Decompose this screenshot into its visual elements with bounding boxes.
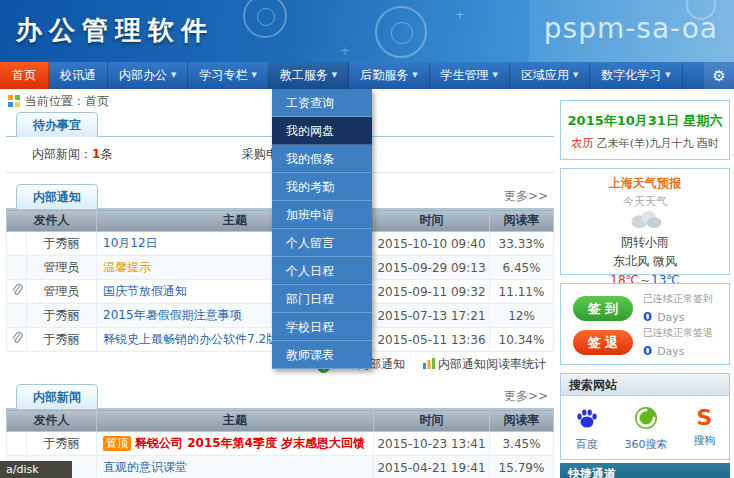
nav-item-study-column[interactable]: 学习专栏 [188,62,268,89]
sign-in-count: 0 [643,309,652,324]
shortcut-panel-title: 快捷通道 [560,463,730,478]
todo-unit: 条 [100,147,112,161]
sign-in-desc: 已连续正常签到 [643,292,713,306]
dropdown-item-overtime-request[interactable]: 加班申请 [272,201,372,229]
search-site-baidu[interactable]: 百度 [574,406,600,452]
col-time: 时间 [374,210,490,232]
page: + + 办公管理软件 pspm-sa-oa 首页 校讯通 内部办公 学习专栏 教… [0,0,734,478]
search-panel-title: 搜索网站 [561,374,729,396]
sender-cell: 于秀丽 [27,328,97,352]
news-more-link[interactable]: 更多>> [504,384,548,409]
weather-panel: 上海天气预报 今天天气 阴转小雨 东北风 微风 18℃～13℃ [560,168,730,275]
main-nav: 首页 校讯通 内部办公 学习专栏 教工服务 后勤服务 学生管理 区域应用 数字化… [0,62,734,89]
notice-subject-link[interactable]: 10月12日 [103,236,158,250]
breadcrumb-current: 首页 [85,93,109,110]
calendar-date: 2015年10月31日 星期六 [561,112,729,130]
dropdown-item-my-leave-slip[interactable]: 我的假条 [272,145,372,173]
rate-cell: 11.11% [490,280,554,304]
search-site-sogou[interactable]: S 搜狗 [693,406,717,452]
todo-item-news[interactable]: 内部新闻：1条 [32,146,242,163]
chart-bars-icon [423,358,435,369]
nav-label: 学生管理 [441,68,498,82]
nav-item-home[interactable]: 首页 [0,62,49,89]
col-sender: 发件人 [7,210,97,232]
sign-in-info: 已连续正常签到 0 Days [643,292,713,325]
sign-in-button[interactable]: 签 到 [573,296,633,321]
nav-label: 首页 [12,68,36,82]
search-site-360[interactable]: 360搜索 [625,406,668,452]
notice-subject-link[interactable]: 2015年暑假假期注意事项 [103,308,242,322]
news-table: 发件人 主题 时间 阅读率 于秀丽 置顶释锐公司 2015年第4季度 岁末感恩大… [6,409,554,478]
sign-out-desc: 已连续正常签退 [643,326,713,340]
shortcut-panel: 快捷通道 [560,463,730,478]
sender-cell: 于秀丽 [27,232,97,256]
browser-status-bar: a/disk [0,461,72,478]
news-subject-link[interactable]: 释锐公司 2015年第4季度 岁末感恩大回馈 [135,436,365,450]
dropdown-item-department-schedule[interactable]: 部门日程 [272,285,372,313]
paperclip-icon [11,331,23,345]
lunar-text: 乙未年(羊)九月十九 酉时 [597,137,719,150]
time-cell: 2015-07-13 17:21 [374,304,490,328]
sign-out-button[interactable]: 签 退 [573,330,633,355]
nav-item-internal-office[interactable]: 内部办公 [108,62,188,89]
stats-link-label: 内部通知阅读率统计 [438,357,546,371]
sender-cell: 于秀丽 [27,304,97,328]
weather-condition: 阴转小雨 [561,234,729,251]
notice-more-link[interactable]: 更多>> [504,184,548,209]
nav-label: 教工服务 [280,68,337,82]
tab-todo[interactable]: 待办事宜 [16,112,98,137]
compass-deco-icon [375,6,427,58]
dropdown-item-salary-query[interactable]: 工资查询 [272,89,372,117]
nav-item-regional-apps[interactable]: 区域应用 [510,62,590,89]
news-subject-link[interactable]: 直观的意识课堂 [103,460,187,474]
notice-subject-link[interactable]: 温馨提示 [103,260,151,274]
nav-item-logistics-services[interactable]: 后勤服务 [349,62,429,89]
app-header: + + 办公管理软件 pspm-sa-oa [0,0,734,62]
rate-cell: 3.45% [490,432,554,456]
rate-cell: 6.45% [490,256,554,280]
dropdown-item-personal-schedule[interactable]: 个人日程 [272,257,372,285]
attachment-cell [7,304,27,328]
sites-row: 百度 360搜索 S 搜狗 [561,406,729,452]
nav-item-digital-learning[interactable]: 数字化学习 [590,62,682,89]
dropdown-item-my-netdisk[interactable]: 我的网盘 [272,117,372,145]
settings-gear-icon[interactable] [704,62,734,89]
site-label: 搜狗 [693,433,717,448]
col-rate: 阅读率 [490,410,554,432]
rate-cell: 33.33% [490,232,554,256]
nav-item-staff-services[interactable]: 教工服务 [269,62,349,89]
360-search-icon [634,406,658,430]
nav-item-student-management[interactable]: 学生管理 [430,62,510,89]
sender-cell: 于秀丽 [27,432,97,456]
tab-notice[interactable]: 内部通知 [16,184,98,209]
attachment-cell [7,432,27,456]
plus-deco-icon: + [455,8,465,22]
dropdown-item-personal-message[interactable]: 个人留言 [272,229,372,257]
pinned-badge: 置顶 [103,436,131,451]
time-cell: 2015-04-21 19:41 [374,456,490,478]
nav-label: 区域应用 [521,68,578,82]
plus-deco-icon: + [340,44,350,58]
sign-in-row: 签 到 已连续正常签到 0 Days [573,291,729,325]
attachment-cell [7,280,27,304]
sign-out-count: 0 [643,343,652,358]
sender-cell: 管理员 [27,256,97,280]
time-cell: 2015-09-29 09:13 [374,256,490,280]
site-label: 360搜索 [625,437,668,452]
notice-stats-link[interactable]: 内部通知阅读率统计 [423,357,546,371]
nav-item-xiaoxuntong[interactable]: 校讯通 [49,62,108,89]
dropdown-item-my-attendance[interactable]: 我的考勤 [272,173,372,201]
brand-text: pspm-sa-oa [544,12,718,45]
calendar-lunar: 农历 乙未年(羊)九月十九 酉时 [561,136,729,151]
weather-wind: 东北风 微风 [561,253,729,270]
nav-label: 校讯通 [60,68,96,82]
notice-subject-link[interactable]: 国庆节放假通知 [103,284,187,298]
col-time: 时间 [374,410,490,432]
compass-deco-icon [243,0,287,38]
sign-out-row: 签 退 已连续正常签退 0 Days [573,325,729,359]
dropdown-item-school-schedule[interactable]: 学校日程 [272,313,372,341]
dropdown-item-teacher-timetable[interactable]: 教师课表 [272,341,372,369]
sign-out-unit: Days [657,345,684,358]
tab-news[interactable]: 内部新闻 [16,384,98,409]
col-subject: 主题 [97,410,374,432]
